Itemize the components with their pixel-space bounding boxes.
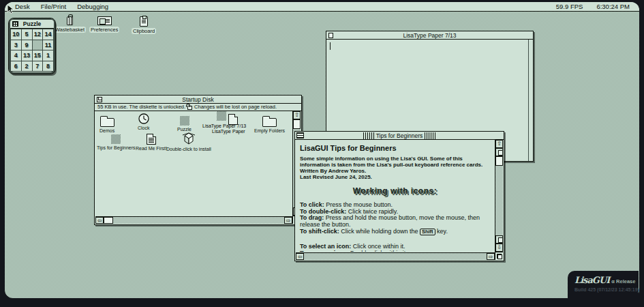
file-label-lisatype: LisaType Paper [212,129,245,134]
scroll-down-icon[interactable]: ⇩ [495,244,503,252]
tip-line: To open an icon: Double-click within it. [300,250,490,252]
titlebar-stripes [363,132,374,139]
puzzle-title: Puzzle [23,20,41,27]
desktop-icon-wastebasket[interactable]: Wastebasket [54,16,86,33]
menu-clock: 6:30:24 PM [596,3,630,10]
tips-intro: Some simple information on using the Lis… [300,156,490,168]
desktop: Desk File/Print Debugging 59.9 FPS 6:30:… [5,2,639,298]
puzzle-tile[interactable]: 13 [22,50,32,61]
scroll-left-icon[interactable]: ⇦ [296,253,304,260]
desktop-icon-preferences[interactable]: Preferences [89,16,119,33]
puzzle-board: 10 5 12 14 3 9 11 4 13 15 1 6 2 7 8 [10,29,54,72]
puzzle-tile[interactable]: 10 [11,29,21,40]
file-icon-install[interactable]: Double-click to install [166,132,211,151]
mouse-cursor-icon [7,4,15,15]
puzzle-tile[interactable]: 6 [11,61,21,72]
startup-statusbar: 55 KB in use. The diskette is unlocked. … [95,104,301,111]
readme-document-icon [147,134,156,145]
puzzle-titlebar[interactable]: Puzzle [10,20,54,29]
open-item-icon [111,134,121,144]
install-box-icon [181,132,196,145]
puzzle-window: Puzzle 10 5 12 14 3 9 11 4 13 15 1 6 2 7… [9,18,55,74]
scroll-up-icon[interactable]: ⇧ [293,111,301,119]
tip-line: To drag: Press and hold the mouse button… [300,215,490,228]
page-up-icon[interactable] [495,148,503,156]
shift-key-cap: Shift [420,229,435,235]
release-tag: α Release [611,278,635,284]
file-icon-clock[interactable]: Clock [138,113,150,130]
desktop-icon-clipboard[interactable]: Clipboard [132,16,156,34]
scrollbar-track[interactable] [304,253,487,260]
tip-line: To shift-click: Click while holding down… [300,229,490,235]
tips-content: LisaGUI Tips for Beginners Some simple i… [296,140,494,252]
scrollbar-thumb[interactable] [495,156,503,166]
puzzle-tile[interactable]: 14 [43,29,53,40]
icon-label: Wastebasket [54,27,86,33]
puzzle-tile[interactable]: 8 [43,61,53,72]
file-icon-tips[interactable]: Tips for Beginners [97,134,136,150]
scroll-right-icon[interactable]: ⇨ [487,253,495,260]
lisatype-titlebar[interactable]: LisaType Paper 7/13 [326,31,533,40]
clipboard-icon [140,16,148,27]
logo-area: LisaGUIα Release Build 425 (07/12/23 12:… [568,271,639,298]
diskette-icon [97,97,102,102]
puzzle-tile[interactable]: 1 [43,50,53,61]
startup-content: Demos Clock Puzzle LisaType Paper 7/13 L… [95,111,301,224]
scroll-left-icon[interactable]: ⇦ [95,217,104,224]
puzzle-tile[interactable]: 3 [11,40,21,50]
folder-icon [262,118,277,127]
puzzle-tile[interactable]: 4 [11,50,21,61]
tips-section-heading: Working with icons: [300,186,490,196]
scroll-up-icon[interactable]: ⇧ [495,140,503,148]
wastebasket-icon [67,16,73,25]
menu-item-desk[interactable]: Desk [15,3,30,10]
build-info: Build 425 (07/12/23 12:45:19) [574,287,634,292]
menu-item-file-print[interactable]: File/Print [41,3,66,10]
startup-titlebar[interactable]: Startup Disk [95,96,301,104]
scrollbar-thumb[interactable] [104,217,113,224]
resize-handle[interactable] [495,252,503,260]
scroll-right-icon[interactable]: ⇨ [284,217,292,224]
tips-horizontal-scrollbar[interactable]: ⇦ ⇨ [296,252,495,260]
tips-titlebar[interactable]: Tips for Beginners [295,132,504,140]
puzzle-tile[interactable]: 15 [33,50,43,61]
open-item-icon[interactable] [217,111,226,121]
file-icon-empty-folders[interactable]: Empty Folders [254,115,285,133]
startup-title: Startup Disk [182,96,213,103]
lock-open-icon [187,106,192,110]
scrollbar-track[interactable] [113,217,284,224]
fps-counter: 59.9 FPS [556,3,583,10]
scrollbar-track[interactable] [495,166,503,235]
reload-warning: Changes will be lost on page reload. [194,104,277,111]
puzzle-tile[interactable]: 7 [33,61,43,72]
puzzle-tile[interactable]: 2 [22,61,32,72]
file-icon-readme[interactable]: Read Me First! [136,134,167,151]
preferences-icon [97,16,112,25]
lisagui-logo: LisaGUI [574,275,609,285]
disk-usage-status: 55 KB in use. The diskette is unlocked. [97,104,185,111]
tips-vertical-scrollbar[interactable]: ⇧ ⇩ [495,140,503,252]
puzzle-empty-slot [33,40,43,50]
page-down-icon[interactable] [495,235,503,244]
tips-heading: LisaGUI Tips for Beginners [300,144,490,152]
scrollbar-thumb[interactable] [293,119,301,129]
startup-horizontal-scrollbar[interactable]: ⇦ ⇨ [95,216,292,224]
text-caret [330,42,331,50]
document-icon [328,33,333,38]
file-label-lisatype-open: LisaType Paper 7/13 [202,123,246,128]
menu-item-debugging[interactable]: Debugging [77,3,108,10]
startup-disk-window: Startup Disk 55 KB in use. The diskette … [94,95,302,225]
open-item-icon [180,116,189,126]
clock-icon [138,113,149,124]
file-icon-demos[interactable]: Demos [99,115,114,133]
puzzle-grid-icon [12,21,18,27]
puzzle-tile[interactable]: 12 [33,29,43,40]
file-icon-puzzle[interactable]: Puzzle [177,116,191,132]
tips-title: Tips for Beginners [376,132,423,140]
puzzle-tile[interactable]: 5 [22,29,32,40]
tips-revised: Last Revised June 24, 2025. [300,174,490,180]
puzzle-tile[interactable]: 9 [22,40,32,50]
puzzle-tile[interactable]: 11 [43,40,53,50]
page-margin-divider [528,40,529,161]
window-menu-icon[interactable] [296,132,304,138]
